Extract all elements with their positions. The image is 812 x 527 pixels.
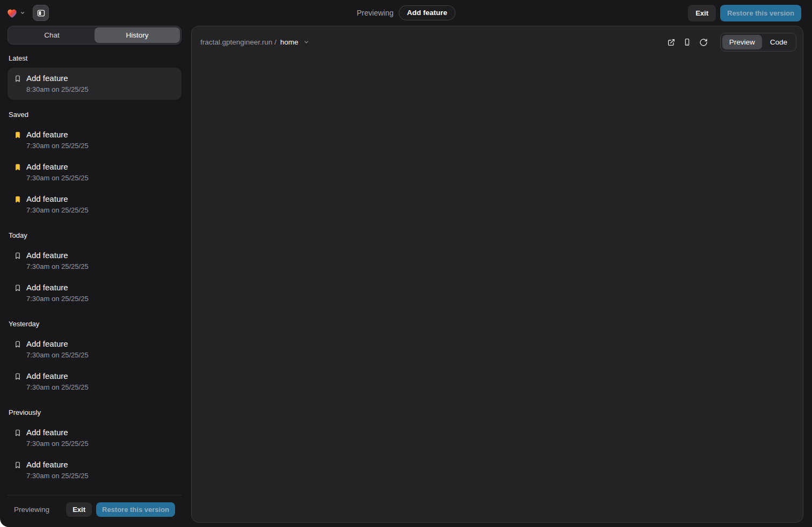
item-time: 8:30am on 25/25/25: [26, 85, 89, 93]
previewing-label: Previewing: [357, 9, 393, 17]
preview-code-toggle: Preview Code: [720, 33, 796, 52]
item-time: 7:30am on 25/25/25: [26, 174, 89, 182]
toggle-preview[interactable]: Preview: [722, 35, 762, 49]
item-text: Add feature 7:30am on 25/25/25: [26, 428, 89, 448]
section-items: Add feature 8:30am on 25/25/25: [8, 68, 182, 100]
item-title: Add feature: [26, 283, 89, 292]
main-area: Chat History Latest Add feature 8:30am o…: [0, 26, 812, 527]
history-item[interactable]: Add feature 7:30am on 25/25/25: [8, 422, 182, 454]
section-title: Saved: [9, 111, 180, 119]
item-time: 7:30am on 25/25/25: [26, 472, 89, 480]
history-item[interactable]: Add feature 7:30am on 25/25/25: [8, 188, 182, 221]
section-title: Previously: [9, 408, 180, 416]
footer-exit-button[interactable]: Exit: [66, 502, 92, 517]
bookmark-icon: [14, 429, 21, 437]
section-items: Add feature 7:30am on 25/25/25 Add featu…: [8, 245, 182, 309]
lovable-heart-logo-icon: [6, 8, 18, 18]
restore-version-button[interactable]: Restore this version: [720, 5, 801, 21]
topbar-actions: Exit Restore this version: [688, 5, 801, 21]
history-item[interactable]: Add feature 7:30am on 25/25/25: [8, 156, 182, 188]
item-time: 7:30am on 25/25/25: [26, 206, 89, 214]
history-item[interactable]: Add feature 7:30am on 25/25/25: [8, 245, 182, 277]
app-window: Previewing Add feature Exit Restore this…: [0, 0, 812, 527]
sidebar-footer: Previewing Exit Restore this version: [8, 495, 182, 518]
item-title: Add feature: [26, 162, 89, 171]
bookmark-icon: [14, 284, 21, 292]
refresh-icon: [699, 38, 708, 47]
history-section: Yesterday Add feature 7:30am on 25/25/25…: [8, 320, 182, 398]
item-time: 7:30am on 25/25/25: [26, 440, 89, 448]
section-items: Add feature 7:30am on 25/25/25 Add featu…: [8, 124, 182, 221]
preview-panel: fractal.gptengineer.run / home: [191, 26, 803, 523]
item-time: 7:30am on 25/25/25: [26, 351, 89, 359]
preview-header: fractal.gptengineer.run / home: [192, 26, 803, 57]
history-item[interactable]: Add feature 7:30am on 25/25/25: [8, 124, 182, 156]
open-in-new-tab-button[interactable]: [664, 35, 678, 49]
mobile-view-button[interactable]: [680, 35, 694, 49]
exit-button[interactable]: Exit: [688, 5, 716, 21]
bookmark-icon: [14, 75, 21, 83]
top-bar: Previewing Add feature Exit Restore this…: [0, 0, 812, 26]
tab-chat[interactable]: Chat: [9, 27, 95, 43]
chevron-down-icon: [20, 10, 25, 16]
item-time: 7:30am on 25/25/25: [26, 383, 89, 391]
bookmark-icon: [14, 252, 21, 260]
section-title: Yesterday: [9, 320, 180, 328]
refresh-button[interactable]: [697, 35, 711, 49]
item-text: Add feature 7:30am on 25/25/25: [26, 283, 89, 303]
preview-status: Previewing Add feature: [357, 0, 455, 26]
item-time: 7:30am on 25/25/25: [26, 295, 89, 303]
url-route: home: [280, 38, 299, 46]
item-text: Add feature 7:30am on 25/25/25: [26, 251, 89, 270]
section-title: Latest: [9, 54, 180, 62]
version-name-pill[interactable]: Add feature: [399, 5, 455, 20]
bookmark-icon: [14, 131, 21, 139]
bookmark-icon: [14, 163, 21, 171]
url-domain: fractal.gptengineer.run /: [200, 38, 277, 46]
panel-left-icon: [37, 9, 46, 18]
history-list: Latest Add feature 8:30am on 25/25/25 Sa…: [8, 45, 182, 494]
item-text: Add feature 8:30am on 25/25/25: [26, 74, 89, 93]
history-item[interactable]: Add feature 7:30am on 25/25/25: [8, 454, 182, 486]
url-route-selector[interactable]: fractal.gptengineer.run / home: [200, 38, 309, 46]
history-sidebar: Chat History Latest Add feature 8:30am o…: [8, 26, 182, 523]
item-text: Add feature 7:30am on 25/25/25: [26, 339, 89, 359]
item-time: 7:30am on 25/25/25: [26, 142, 89, 150]
item-time: 7:30am on 25/25/25: [26, 262, 89, 270]
footer-restore-version-button[interactable]: Restore this version: [96, 502, 175, 517]
sidebar-tabs: Chat History: [8, 26, 182, 45]
preview-actions: Preview Code: [664, 33, 796, 52]
history-section: Saved Add feature 7:30am on 25/25/25 Add…: [8, 111, 182, 221]
section-items: Add feature 7:30am on 25/25/25 Add featu…: [8, 333, 182, 398]
history-item[interactable]: Add feature 8:30am on 25/25/25: [8, 68, 182, 100]
preview-viewport[interactable]: [192, 57, 803, 522]
section-items: Add feature 7:30am on 25/25/25 Add featu…: [8, 422, 182, 486]
history-section: Previously Add feature 7:30am on 25/25/2…: [8, 408, 182, 486]
toggle-code[interactable]: Code: [763, 35, 794, 49]
history-item[interactable]: Add feature 7:30am on 25/25/25: [8, 277, 182, 309]
footer-previewing-label: Previewing: [14, 506, 49, 514]
item-title: Add feature: [26, 339, 89, 348]
item-title: Add feature: [26, 74, 89, 83]
chevron-down-icon: [303, 39, 309, 45]
history-section: Latest Add feature 8:30am on 25/25/25: [8, 54, 182, 100]
item-title: Add feature: [26, 460, 89, 469]
history-item[interactable]: Add feature 7:30am on 25/25/25: [8, 365, 182, 398]
bookmark-icon: [14, 461, 21, 469]
item-text: Add feature 7:30am on 25/25/25: [26, 371, 89, 391]
item-title: Add feature: [26, 130, 89, 139]
section-title: Today: [9, 231, 180, 239]
item-title: Add feature: [26, 371, 89, 380]
history-section: Today Add feature 7:30am on 25/25/25 Add…: [8, 231, 182, 309]
sidebar-toggle-button[interactable]: [33, 5, 49, 21]
tab-history[interactable]: History: [95, 27, 180, 43]
item-title: Add feature: [26, 428, 89, 437]
bookmark-icon: [14, 340, 21, 348]
item-text: Add feature 7:30am on 25/25/25: [26, 162, 89, 182]
history-item[interactable]: Add feature 7:30am on 25/25/25: [8, 333, 182, 365]
bookmark-icon: [14, 195, 21, 203]
item-text: Add feature 7:30am on 25/25/25: [26, 130, 89, 150]
item-title: Add feature: [26, 194, 89, 203]
workspace-menu[interactable]: [6, 8, 25, 18]
item-text: Add feature 7:30am on 25/25/25: [26, 460, 89, 480]
